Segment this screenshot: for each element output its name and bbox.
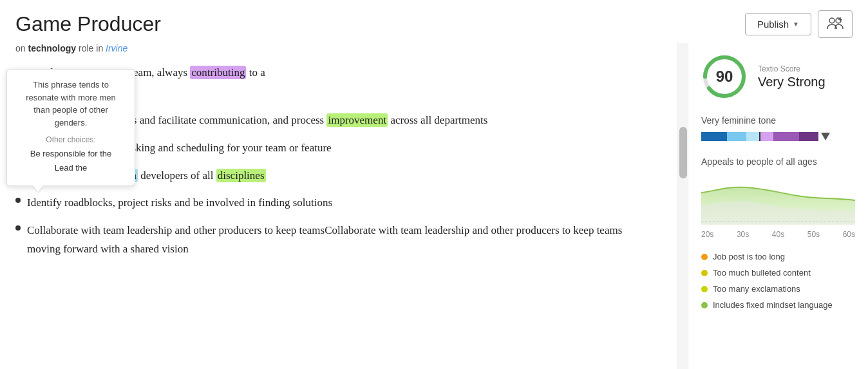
tone-segment-lightblue: [727, 132, 746, 141]
age-labels: 20s 30s 40s 50s 60s: [701, 230, 855, 239]
issue-text-1: Job post is too long: [713, 252, 785, 261]
header: Game Producer Publish ▼: [0, 0, 868, 43]
age-label-50s: 50s: [807, 230, 820, 239]
issue-dot-lightyellow: [701, 286, 708, 292]
header-actions: Publish ▼: [745, 10, 853, 38]
age-label-30s: 30s: [737, 230, 749, 239]
age-title: Appeals to people of all ages: [701, 156, 855, 167]
age-chart-svg: [701, 173, 855, 225]
add-users-button[interactable]: [818, 10, 853, 38]
bullet5-text: Collaborate with team leadership and oth…: [27, 222, 622, 259]
tooltip-choice-2[interactable]: Lead the: [17, 162, 124, 174]
tone-title: Very feminine tone: [701, 115, 855, 126]
subtitle-tech: technology: [28, 43, 76, 53]
subtitle-role: role in: [76, 43, 106, 53]
score-label-area: Textio Score Very Strong: [758, 64, 826, 90]
bullet1-end: across all departments: [388, 114, 487, 126]
scrollbar[interactable]: [677, 43, 688, 369]
issue-item: Too much bulleted content: [701, 268, 855, 278]
tone-section: Very feminine tone: [701, 115, 855, 144]
score-label-title: Textio Score: [758, 64, 826, 73]
bullet-dot: [15, 225, 21, 231]
tone-segment-blue: [701, 132, 727, 141]
issue-item: Job post is too long: [701, 252, 855, 261]
bullet3-mid: developers of all: [138, 169, 216, 182]
list-item: Collaborate with team leadership and oth…: [15, 222, 662, 259]
job-subtitle: on technology role in Irvine: [15, 43, 662, 53]
add-users-icon: [826, 16, 844, 32]
publish-label: Publish: [757, 19, 789, 30]
right-panel: 90 Textio Score Very Strong Very feminin…: [688, 43, 868, 369]
tooltip-choice-1[interactable]: Be responsible for the: [17, 148, 124, 160]
bullet4-text: Identify roadblocks, project risks and b…: [27, 194, 332, 213]
bullet-dot: [15, 198, 21, 203]
score-number: 90: [716, 68, 733, 86]
tone-segment-verylightblue: [746, 132, 759, 141]
tooltip-choices-label: Other choices:: [17, 135, 124, 144]
issue-text-4: Includes fixed mindset language: [713, 300, 833, 310]
issue-dot-orange: [701, 254, 708, 260]
subtitle-prefix: on: [15, 43, 28, 53]
svg-point-0: [829, 18, 835, 23]
issue-item: Includes fixed mindset language: [701, 300, 855, 310]
tone-segment-lavender: [760, 132, 773, 141]
left-panel: on technology role in Irvine This phrase…: [0, 43, 677, 369]
age-label-60s: 60s: [843, 230, 855, 239]
tone-marker: [821, 133, 830, 140]
publish-button[interactable]: Publish ▼: [745, 13, 811, 35]
age-section: Appeals to people of all ages: [701, 156, 855, 239]
issues-section: Job post is too long Too much bulleted c…: [701, 252, 855, 310]
score-circle: 90: [701, 53, 748, 100]
tone-segment-purple: [773, 132, 799, 141]
issue-dot-yellow: [701, 270, 708, 276]
highlight-disciplines: disciplines: [216, 169, 266, 182]
publish-arrow-icon: ▼: [793, 21, 799, 28]
age-label-20s: 20s: [701, 230, 713, 239]
issue-item: Too many exclamations: [701, 284, 855, 294]
tooltip-main-text: This phrase tends to resonate with more …: [17, 79, 124, 129]
bullet5-end: moving forward with a shared vision: [27, 243, 189, 255]
issue-text-3: Too many exclamations: [713, 284, 800, 294]
para1-end: to a: [246, 66, 265, 79]
tone-bar: [701, 132, 855, 141]
issue-dot-green: [701, 302, 708, 308]
list-item: Identify roadblocks, project risks and b…: [15, 194, 662, 213]
age-label-40s: 40s: [772, 230, 784, 239]
bullet5-pre: Collaborate with team leadership and oth…: [27, 224, 325, 236]
score-label-value: Very Strong: [758, 75, 826, 90]
tone-segment-darkpurple: [799, 132, 818, 141]
highlight-improvement: improvement: [326, 113, 388, 127]
tooltip-popup: This phrase tends to resonate with more …: [6, 69, 135, 186]
highlight-contributing: contributing: [190, 66, 246, 79]
subtitle-location: Irvine: [106, 43, 127, 53]
score-section: 90 Textio Score Very Strong: [701, 53, 855, 100]
page-title: Game Producer: [15, 12, 161, 36]
scrollbar-thumb[interactable]: [679, 127, 687, 178]
main-content: on technology role in Irvine This phrase…: [0, 43, 868, 369]
issue-text-2: Too much bulleted content: [713, 268, 811, 278]
